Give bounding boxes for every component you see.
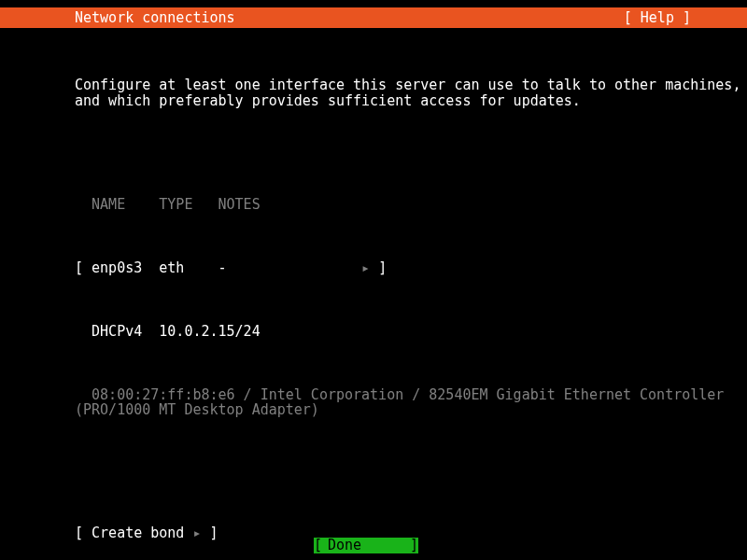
chevron-right-icon: ▸: [192, 525, 201, 541]
dhcp-row: DHCPv4 10.0.2.15/24: [75, 324, 672, 340]
create-bond-label: Create bond: [92, 525, 184, 541]
interface-row[interactable]: [ enp0s3 eth - ▸ ]: [75, 260, 672, 276]
chevron-right-icon: ▸: [361, 259, 370, 276]
bracket-close: ]: [378, 259, 387, 276]
column-headers: NAME TYPE NOTES: [75, 197, 672, 213]
done-label: Done: [322, 538, 410, 553]
hw-info-text: 08:00:27:ff:b8:e6 / Intel Corporation / …: [75, 386, 724, 419]
hw-info: 08:00:27:ff:b8:e6 / Intel Corporation / …: [75, 387, 672, 418]
col-type: TYPE: [159, 196, 192, 213]
help-button[interactable]: [ Help ]: [624, 10, 747, 26]
done-button[interactable]: [Done]: [314, 538, 418, 553]
dhcp-value: 10.0.2.15/24: [159, 323, 260, 340]
col-notes: NOTES: [218, 196, 261, 213]
col-name: NAME: [92, 196, 125, 213]
bracket-open: [: [75, 259, 83, 276]
if-type: eth: [159, 259, 184, 276]
header-bar: Network connections [ Help ]: [0, 7, 747, 28]
main-content: Configure at least one interface this se…: [0, 28, 747, 558]
bracket-open: [: [75, 525, 83, 541]
if-name: enp0s3: [92, 259, 142, 276]
dhcp-label: DHCPv4: [92, 323, 142, 340]
description-text: Configure at least one interface this se…: [75, 77, 672, 108]
footer-buttons: [Done] [Back]: [314, 507, 418, 560]
page-title: Network connections: [0, 10, 235, 26]
if-notes: -: [218, 259, 227, 276]
bracket-close: ]: [210, 525, 218, 541]
